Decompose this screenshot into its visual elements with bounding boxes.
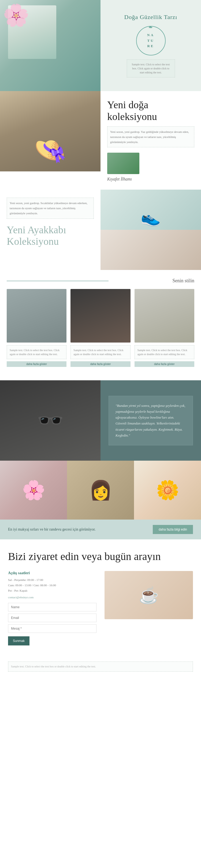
style-cards: Sample text. Click to select the text bo… bbox=[7, 289, 194, 367]
collection-right: Yeni doğa koleksiyonu Yeni sezon, yeni g… bbox=[100, 91, 201, 190]
cta-text: En iyi makyaj sırları ve bir randevu gec… bbox=[8, 527, 96, 532]
quote-box: "Bundan yirmi yıl sonra, yaptığınız şeyl… bbox=[109, 396, 193, 445]
quote-woman-image bbox=[0, 380, 100, 461]
woman-hat-image bbox=[0, 91, 100, 172]
collection-small-image bbox=[107, 153, 139, 174]
style-card-image-2 bbox=[70, 289, 130, 343]
style-card-text-2[interactable]: Sample text. Click to select the text bo… bbox=[70, 345, 130, 359]
quote-right: "Bundan yirmi yıl sonra, yaptığınız şeyl… bbox=[100, 380, 201, 461]
visit-section: Bizi ziyaret edin veya bugün arayın Açıl… bbox=[0, 539, 201, 656]
style-card-image-3 bbox=[135, 289, 194, 343]
shoes-top-image bbox=[100, 190, 201, 230]
gallery-section bbox=[0, 461, 201, 520]
style-card-text-1[interactable]: Sample text. Click to select the text bo… bbox=[7, 345, 66, 359]
collection-section: Yeni doğa koleksiyonu Yeni sezon, yeni g… bbox=[0, 91, 201, 190]
shoes-bottom-image bbox=[100, 230, 201, 270]
style-card-text-3[interactable]: Sample text. Click to select the text bo… bbox=[135, 345, 194, 359]
style-card-3: Sample text. Click to select the text bo… bbox=[135, 289, 194, 367]
hero-sample-text[interactable]: Sample text. Click to select the text bo… bbox=[127, 59, 175, 78]
style-card-1: Sample text. Click to select the text bo… bbox=[7, 289, 66, 367]
hero-flowers-image bbox=[0, 0, 100, 91]
name-input[interactable] bbox=[8, 603, 96, 612]
clothing-label: Kıyafet İlhamı bbox=[107, 177, 194, 182]
shoes-right bbox=[100, 190, 201, 270]
hero-section: Doğa Güzellik Tarzı NATURE Sample text. … bbox=[0, 0, 201, 91]
style-section: Senin stilin Sample text. Click to selec… bbox=[0, 270, 201, 380]
hours-text: Sal - Perşembe: 09:00 - 17:00 Cum: 09:00… bbox=[8, 578, 96, 593]
visit-photo bbox=[105, 571, 193, 619]
gallery-woman bbox=[67, 461, 134, 520]
style-title: Senin stilin bbox=[172, 278, 194, 284]
submit-button[interactable]: Sunmak bbox=[8, 636, 29, 646]
shoes-section: Yeni sezon, yeni gardrop. Sıcaklıklar yü… bbox=[0, 190, 201, 270]
style-bar: Senin stilin bbox=[7, 278, 194, 284]
quote-section: "Bundan yirmi yıl sonra, yaptığınız şeyl… bbox=[0, 380, 201, 461]
visit-grid: Açılış saatleri Sal - Perşembe: 09:00 - … bbox=[8, 571, 193, 645]
shoes-left: Yeni sezon, yeni gardrop. Sıcaklıklar yü… bbox=[0, 190, 100, 270]
gallery-flowers-1 bbox=[0, 461, 67, 520]
email-input[interactable] bbox=[8, 614, 96, 622]
nature-badge-text: NATURE bbox=[147, 32, 154, 49]
hours-label: Açılış saatleri bbox=[8, 571, 96, 575]
hero-left bbox=[0, 0, 100, 91]
bottom-sample-section: Sample text. Click to select the text bo… bbox=[0, 656, 201, 677]
nature-badge: NATURE bbox=[136, 26, 166, 56]
cta-button[interactable]: daha fazla bilgi edin bbox=[153, 525, 193, 534]
collection-left bbox=[0, 91, 100, 172]
style-card-2: Sample text. Click to select the text bo… bbox=[70, 289, 130, 367]
email-text: contact@ebsinyr.com bbox=[8, 596, 96, 599]
style-card-btn-3[interactable]: daha fazla göster bbox=[135, 361, 194, 367]
shoes-description[interactable]: Yeni sezon, yeni gardrop. Sıcaklıklar yü… bbox=[7, 198, 94, 219]
style-card-image-1 bbox=[7, 289, 66, 343]
shoes-title: Yeni Ayakkabı Koleksiyonu bbox=[7, 224, 94, 247]
quote-text[interactable]: "Bundan yirmi yıl sonra, yaptığınız şeyl… bbox=[116, 403, 186, 438]
cta-banner: En iyi makyaj sırları ve bir randevu gec… bbox=[0, 520, 201, 539]
collection-title: Yeni doğa koleksiyonu bbox=[107, 99, 194, 122]
hero-title: Doğa Güzellik Tarzı bbox=[124, 14, 177, 21]
message-input[interactable] bbox=[8, 624, 96, 633]
hero-right: Doğa Güzellik Tarzı NATURE Sample text. … bbox=[100, 0, 201, 91]
style-card-btn-1[interactable]: daha fazla göster bbox=[7, 361, 66, 367]
bottom-sample-text[interactable]: Sample text. Click to select the text bo… bbox=[8, 661, 193, 672]
collection-description[interactable]: Yeni sezon, yeni gardrop. Yaz geldiğinde… bbox=[107, 126, 194, 147]
visit-title: Bizi ziyaret edin veya bugün arayın bbox=[8, 550, 193, 563]
style-card-btn-2[interactable]: daha fazla göster bbox=[70, 361, 130, 367]
style-bar-line bbox=[7, 280, 109, 281]
gallery-flowers-2 bbox=[134, 461, 201, 520]
contact-form: Sunmak bbox=[8, 603, 96, 646]
visit-info: Açılış saatleri Sal - Perşembe: 09:00 - … bbox=[8, 571, 96, 645]
